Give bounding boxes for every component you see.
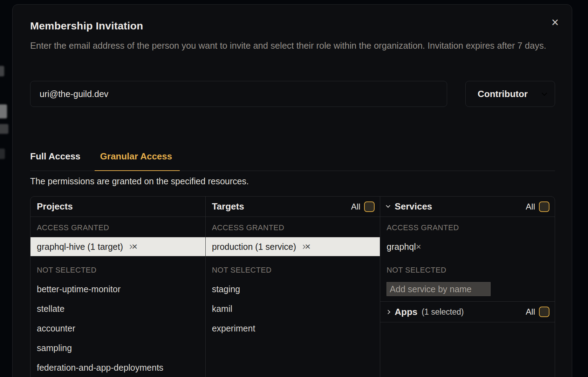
- target-item[interactable]: experiment: [206, 318, 380, 338]
- targets-column: ACCESS GRANTED production (1 service) × …: [205, 217, 380, 377]
- apps-label: Apps: [395, 307, 417, 317]
- targets-access-granted-label: ACCESS GRANTED: [206, 223, 380, 232]
- targets-header-cell: Targets All: [205, 197, 380, 217]
- target-selected-row[interactable]: production (1 service) ×: [206, 237, 380, 256]
- targets-all-checkbox[interactable]: [364, 201, 375, 212]
- chevron-right-icon: [386, 310, 390, 314]
- projects-list: better-uptime-monitor stellate accounter…: [30, 279, 205, 377]
- tab-full-access[interactable]: Full Access: [30, 151, 83, 171]
- services-select-all[interactable]: All: [526, 201, 549, 212]
- apps-select-all[interactable]: All: [526, 307, 549, 317]
- projects-not-selected-label: NOT SELECTED: [30, 266, 205, 275]
- project-selected-row[interactable]: graphql-hive (1 target) ×: [30, 237, 205, 256]
- services-all-label: All: [526, 202, 535, 212]
- dialog-description: Enter the email address of the person yo…: [30, 39, 558, 53]
- targets-select-all[interactable]: All: [351, 201, 375, 212]
- tab-granular-access[interactable]: Granular Access: [100, 151, 175, 171]
- remove-service-icon[interactable]: ×: [416, 241, 421, 252]
- target-selected-label: production (1 service): [212, 242, 296, 252]
- background-artifact: [0, 104, 7, 118]
- service-selected-row[interactable]: graphql ×: [380, 237, 555, 256]
- targets-all-label: All: [351, 202, 361, 212]
- projects-column: ACCESS GRANTED graphql-hive (1 target) ×…: [30, 217, 205, 377]
- projects-header-cell: Projects: [30, 197, 205, 217]
- background-artifact: [0, 66, 4, 76]
- service-selected-label: graphql: [387, 242, 416, 252]
- project-item[interactable]: stellate: [30, 299, 205, 318]
- project-item[interactable]: sampling: [30, 338, 205, 358]
- services-header-cell: Services All: [380, 197, 555, 217]
- project-item[interactable]: federation-and-app-deployments: [30, 358, 205, 377]
- role-select-value: Contributor: [478, 89, 542, 100]
- add-service-input[interactable]: [387, 282, 491, 296]
- targets-header: Targets: [212, 201, 244, 212]
- chevron-down-icon: [542, 90, 547, 96]
- projects-header: Projects: [37, 201, 73, 212]
- project-item[interactable]: accounter: [30, 318, 205, 338]
- target-item[interactable]: kamil: [206, 299, 380, 318]
- target-item[interactable]: staging: [206, 279, 380, 299]
- project-item[interactable]: better-uptime-monitor: [30, 279, 205, 299]
- services-not-selected-label: NOT SELECTED: [380, 266, 555, 275]
- chevron-down-icon: [386, 203, 390, 208]
- apps-count: (1 selected): [422, 307, 464, 317]
- services-header[interactable]: Services: [395, 201, 432, 212]
- services-column: ACCESS GRANTED graphql × NOT SELECTED Ap…: [380, 217, 555, 377]
- projects-access-granted-label: ACCESS GRANTED: [30, 223, 205, 232]
- apps-row[interactable]: Apps (1 selected) All: [380, 301, 555, 322]
- services-all-checkbox[interactable]: [539, 201, 549, 212]
- services-access-granted-label: ACCESS GRANTED: [380, 223, 555, 232]
- apps-all-checkbox[interactable]: [539, 307, 549, 317]
- invite-email-input[interactable]: [30, 81, 447, 107]
- role-select[interactable]: Contributor: [465, 81, 555, 107]
- close-icon[interactable]: ×: [547, 14, 563, 30]
- resources-table: Projects Targets All Services All: [30, 196, 555, 377]
- project-selected-label: graphql-hive (1 target): [37, 242, 123, 252]
- background-artifact: [0, 124, 8, 134]
- dialog-title: Membership Invitation: [30, 20, 143, 32]
- background-artifact: [0, 149, 5, 159]
- targets-not-selected-label: NOT SELECTED: [206, 266, 380, 275]
- screen: × Membership Invitation Enter the email …: [0, 0, 588, 377]
- targets-list: staging kamil experiment: [206, 279, 380, 338]
- permissions-note: The permissions are granted on the speci…: [30, 176, 249, 186]
- remove-target-icon[interactable]: ×: [305, 242, 310, 252]
- resources-table-body: ACCESS GRANTED graphql-hive (1 target) ×…: [30, 217, 555, 377]
- remove-project-icon[interactable]: ×: [132, 242, 137, 252]
- membership-invitation-dialog: × Membership Invitation Enter the email …: [12, 4, 572, 377]
- apps-all-label: All: [526, 307, 535, 317]
- resources-table-header: Projects Targets All Services All: [30, 197, 555, 217]
- access-tabs: Full Access Granular Access: [30, 151, 555, 171]
